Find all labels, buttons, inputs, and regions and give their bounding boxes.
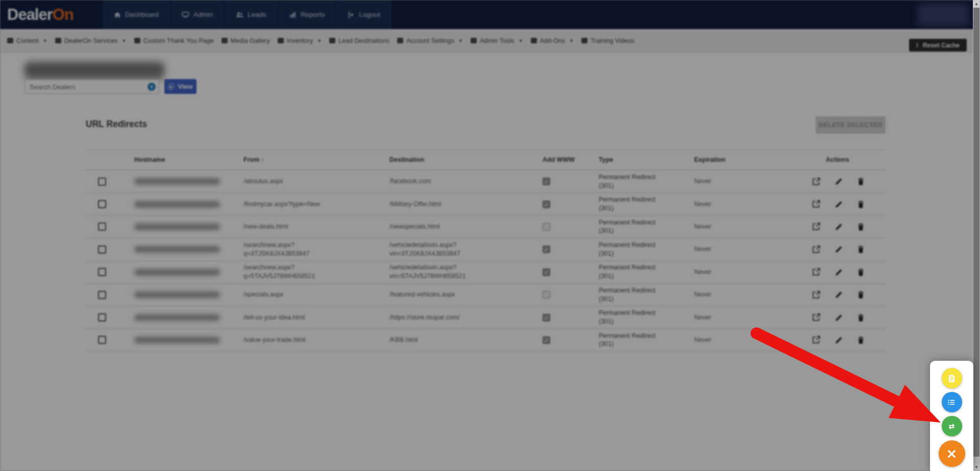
nav-item-leads[interactable]: Leads [224,0,278,29]
trash-icon[interactable] [857,290,865,299]
toolbar-item-training-videos[interactable]: Training Videos [581,37,634,44]
trash-icon[interactable] [857,177,865,186]
list-fab-button[interactable] [942,392,962,412]
destination-cell: /Military-Offer.html [374,200,527,209]
pencil-icon[interactable] [835,222,843,231]
pencil-icon[interactable] [835,290,843,299]
external-link-icon[interactable] [812,200,821,209]
add-www-checkbox[interactable] [543,223,550,231]
redacted-hostname [134,178,220,185]
trash-icon[interactable] [857,245,865,254]
external-link-icon[interactable] [812,222,821,231]
exchange-fab-button[interactable] [942,416,962,436]
add-www-checkbox[interactable] [543,291,550,299]
destination-cell: /KBB.html [374,336,527,344]
add-www-checkbox[interactable]: ✓ [543,178,550,185]
toolbar-item-account-settings[interactable]: Account Settings▼ [397,37,463,44]
actions-cell [796,245,886,254]
search-dealers-input[interactable] [24,80,159,94]
toolbar-item-lead-destinations[interactable]: Lead Destinations [329,37,389,44]
scrollbar-thumb[interactable] [973,8,979,457]
pencil-icon[interactable] [835,177,843,186]
add-www-checkbox[interactable]: ✓ [543,336,550,344]
nav-item-reports[interactable]: Reports [278,0,336,29]
redacted-navbar-button[interactable] [918,4,969,26]
external-link-icon[interactable] [812,313,821,322]
pencil-icon[interactable] [835,200,843,209]
external-link-icon[interactable] [812,290,821,300]
scrollbar[interactable]: ▲ ▼ [973,0,980,471]
pencil-icon[interactable] [835,268,843,277]
chevron-down-icon[interactable]: ▼ [148,83,156,91]
select-cell [86,245,119,254]
dealeron-logo[interactable]: DealerOn [0,0,102,29]
type-cell: Permanent Redirect (301) [583,286,679,304]
trash-icon[interactable] [857,313,865,322]
toolbar-item-inventory[interactable]: Inventory▼ [278,37,322,44]
toolbar-item-admin-tools[interactable]: Admin Tools▼ [471,37,523,44]
row-checkbox[interactable] [98,313,106,321]
row-checkbox[interactable] [98,200,106,208]
logo-text-on: On [53,6,74,24]
toolbar-item-media-gallery[interactable]: Media Gallery [222,37,270,44]
scroll-up-arrow-icon[interactable]: ▲ [973,0,980,8]
toolbar-items: Content▼DealerOn Services▼Custom Thank Y… [7,37,634,44]
header-destination[interactable]: Destination [374,156,527,164]
pencil-icon[interactable] [835,245,843,254]
external-link-icon[interactable] [812,245,821,254]
external-link-icon[interactable] [812,177,821,186]
circle-arrow-icon: ▶ [168,83,175,90]
row-checkbox[interactable] [98,268,106,276]
header-add-www[interactable]: Add WWW [527,156,583,164]
view-button[interactable]: ▶ View [164,79,197,94]
row-checkbox[interactable] [98,178,106,186]
image-icon [222,38,228,43]
delete-selected-button[interactable]: DELETE SELECTED [816,116,886,134]
row-checkbox[interactable] [98,222,106,231]
pencil-icon[interactable] [835,313,843,322]
toolbar-item-label: Account Settings [406,37,454,44]
close-icon [946,449,957,459]
trash-icon[interactable] [857,222,865,231]
car-icon [55,38,61,43]
nav-item-logout[interactable]: Logout [336,0,391,29]
add-www-checkbox[interactable]: ✓ [543,314,550,321]
row-checkbox[interactable] [98,336,106,344]
header-from[interactable]: From ↑ [228,156,374,164]
row-checkbox[interactable] [98,291,106,299]
toolbar-item-content[interactable]: Content▼ [7,37,47,44]
add-www-checkbox[interactable]: ✓ [543,201,550,208]
toolbar-item-label: Admin Tools [480,37,514,44]
nav-item-label: Admin [193,11,213,18]
reset-cache-button[interactable]: ! Reset Cache [909,39,967,52]
inventory-icon [278,38,284,43]
type-cell: Permanent Redirect (301) [583,263,679,281]
toolbar-item-add-ons[interactable]: Add-Ons▼ [531,37,574,44]
pencil-icon[interactable] [835,336,843,344]
nav-item-dashboard[interactable]: Dashboard [102,0,170,29]
close-fab-button[interactable] [939,440,965,467]
header-type[interactable]: Type [583,156,679,164]
header-expiration[interactable]: Expiration [679,156,796,164]
row-checkbox[interactable] [98,245,106,254]
logo-text-dealer: Dealer [7,6,53,24]
scroll-down-arrow-icon[interactable]: ▼ [973,463,980,471]
external-link-icon[interactable] [812,335,821,344]
clipboard-fab-button[interactable] [942,368,962,388]
trash-icon[interactable] [857,200,865,209]
toolbar-item-label: Lead Destinations [338,37,389,44]
hostname-cell [119,291,228,298]
add-www-checkbox[interactable]: ✓ [543,245,550,253]
trash-icon[interactable] [857,268,865,277]
nav-item-admin[interactable]: Admin [170,0,224,29]
toolbar-item-custom-thank-you-page[interactable]: Custom Thank You Page [134,37,214,44]
header-hostname[interactable]: Hostname [119,156,228,164]
destination-cell: /https://store.mopar.com/ [374,313,527,322]
trash-icon[interactable] [857,336,865,344]
add-www-checkbox[interactable]: ✓ [543,268,550,276]
from-cell: /value-your-trade.html [228,336,374,344]
select-cell [86,178,119,186]
external-link-icon[interactable] [812,267,821,277]
wrench-icon [471,38,477,43]
toolbar-item-dealeron-services[interactable]: DealerOn Services▼ [55,37,127,44]
